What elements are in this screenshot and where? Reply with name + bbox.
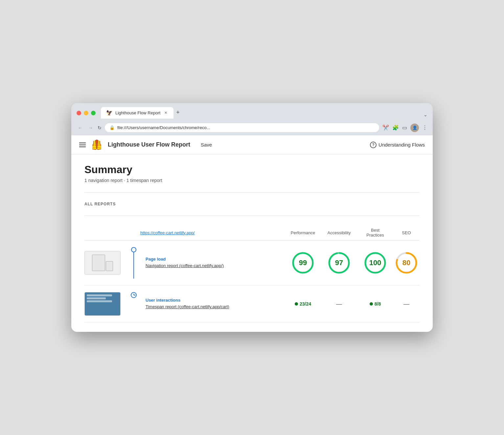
page-content: 🦺 Lighthouse User Flow Report Save ? Und… <box>71 135 433 332</box>
app-header: 🦺 Lighthouse User Flow Report Save ? Und… <box>71 135 433 154</box>
back-button[interactable]: ← <box>77 125 84 131</box>
browser-window: 🦅 Lighthouse Flow Report ✕ + ⌄ ← → ↻ 🔒 f… <box>71 103 433 332</box>
address-bar-row: ← → ↻ 🔒 file:///Users/username/Documents… <box>71 121 433 135</box>
traffic-lights <box>77 111 96 115</box>
timespan-perf-dot <box>295 302 298 306</box>
timespan-screenshot-thumb <box>84 292 121 316</box>
timespan-thumb-line1 <box>87 294 112 296</box>
nav-perf-circle: 99 <box>291 251 315 275</box>
timespan-thumb-line3 <box>87 300 112 302</box>
nav-score-performance: 99 <box>285 251 321 275</box>
timespan-bp-value: 8/8 <box>375 301 381 307</box>
clock-hands <box>132 293 135 297</box>
table-row-navigation: Page load Navigation report (coffee-cart… <box>84 240 420 286</box>
tab-end-area: ⌄ <box>182 112 427 119</box>
address-bar[interactable]: 🔒 file:///Users/username/Documents/chrom… <box>105 123 379 132</box>
timespan-perf-badge: 23/24 <box>285 301 321 307</box>
timespan-score-seo: — <box>393 301 420 308</box>
flow-line <box>133 252 134 279</box>
section-divider-top <box>84 192 420 193</box>
chrome-tab-strip: 🦅 Lighthouse Flow Report ✕ + ⌄ <box>77 107 427 119</box>
forward-button[interactable]: → <box>87 125 94 131</box>
tabs-row: 🦅 Lighthouse Flow Report ✕ + ⌄ <box>101 107 427 119</box>
table-row-timespan: User interactions Timespan report (coffe… <box>84 286 420 323</box>
nav-bp-circle: 100 <box>363 251 387 275</box>
understanding-flows-label: Understanding Flows <box>378 142 425 148</box>
col-accessibility-header: Accessibility <box>321 230 357 235</box>
browser-actions: ✂️ 🧩 ▭ 👤 ⋮ <box>382 124 427 132</box>
tab-title: Lighthouse Flow Report <box>115 110 160 115</box>
hamburger-menu-button[interactable] <box>79 143 86 147</box>
timespan-bp-badge: 8/8 <box>357 301 393 307</box>
nav-seo-circle: 80 <box>395 251 418 275</box>
all-reports-label: ALL REPORTS <box>84 202 420 206</box>
nav-thumb-desktop-icon <box>92 255 105 271</box>
app-title: Lighthouse User Flow Report <box>108 141 190 148</box>
save-button[interactable]: Save <box>201 142 212 148</box>
lighthouse-logo-icon: 🦺 <box>91 139 103 150</box>
maximize-button[interactable] <box>91 111 96 115</box>
sidebar-icon[interactable]: ▭ <box>402 125 407 131</box>
col-performance-header: Performance <box>285 230 321 235</box>
help-icon: ? <box>370 142 377 148</box>
table-header-row: https://coffee-cart.netlify.app/ Perform… <box>84 225 420 240</box>
extensions-icon[interactable]: 🧩 <box>392 125 399 131</box>
summary-subtitle: 1 navigation report · 1 timespan report <box>84 178 420 183</box>
understanding-flows-link[interactable]: ? Understanding Flows <box>370 142 425 148</box>
scissors-icon[interactable]: ✂️ <box>382 125 389 131</box>
more-menu-icon[interactable]: ⋮ <box>422 125 427 131</box>
profile-avatar[interactable]: 👤 <box>410 124 419 132</box>
report-content: Summary 1 navigation report · 1 timespan… <box>71 154 433 332</box>
col-best-practices-header: BestPractices <box>357 228 393 238</box>
flow-clock-icon <box>131 292 137 298</box>
section-divider-table <box>84 216 420 216</box>
lock-icon: 🔒 <box>109 125 115 130</box>
reload-button[interactable]: ↻ <box>98 125 102 130</box>
nav-screenshot-thumb <box>84 251 121 275</box>
timespan-score-accessibility: — <box>321 301 357 308</box>
col-seo-header: SEO <box>393 230 420 235</box>
nav-a11y-circle: 97 <box>327 251 351 275</box>
timespan-flow-connector <box>127 292 140 316</box>
clock-minute-hand <box>134 295 135 295</box>
timespan-bp-dot <box>370 302 373 306</box>
timespan-report-link[interactable]: Timespan report (coffee-cart.netlify.app… <box>146 304 280 310</box>
nav-seo-value: 80 <box>402 259 410 267</box>
summary-title: Summary <box>84 164 420 176</box>
new-tab-button[interactable]: + <box>173 108 182 117</box>
url-text: file:///Users/username/Documents/chrome/… <box>117 125 375 130</box>
minimize-button[interactable] <box>84 111 88 115</box>
nav-thumb-graphic <box>91 253 114 272</box>
col-url-header[interactable]: https://coffee-cart.netlify.app/ <box>140 230 285 235</box>
nav-report-info: Page load Navigation report (coffee-cart… <box>140 257 285 269</box>
flow-dot-icon <box>131 247 136 252</box>
tab-favicon: 🦅 <box>106 110 113 116</box>
timespan-score-best-practices: 8/8 <box>357 301 393 307</box>
nav-thumb-mobile-icon <box>106 261 113 271</box>
timespan-perf-value: 23/24 <box>300 301 311 307</box>
timespan-thumb-graphic <box>85 292 120 315</box>
nav-score-best-practices: 100 <box>357 251 393 275</box>
timespan-thumb-line2 <box>87 297 106 299</box>
active-tab[interactable]: 🦅 Lighthouse Flow Report ✕ <box>101 107 173 119</box>
nav-perf-value: 99 <box>299 259 307 267</box>
nav-bp-value: 100 <box>369 259 381 267</box>
tab-list-chevron[interactable]: ⌄ <box>424 112 427 117</box>
nav-a11y-value: 97 <box>335 259 343 267</box>
timespan-report-type: User interactions <box>146 298 280 303</box>
nav-score-accessibility: 97 <box>321 251 357 275</box>
nav-score-seo: 80 <box>393 251 420 275</box>
tab-close-icon[interactable]: ✕ <box>163 110 168 116</box>
title-bar: 🦅 Lighthouse Flow Report ✕ + ⌄ <box>71 103 433 121</box>
nav-flow-connector <box>127 247 140 279</box>
timespan-report-info: User interactions Timespan report (coffe… <box>140 298 285 310</box>
nav-report-link[interactable]: Navigation report (coffee-cart.netlify.a… <box>146 263 280 269</box>
close-button[interactable] <box>77 111 81 115</box>
timespan-score-performance: 23/24 <box>285 301 321 307</box>
nav-report-type: Page load <box>146 257 280 262</box>
